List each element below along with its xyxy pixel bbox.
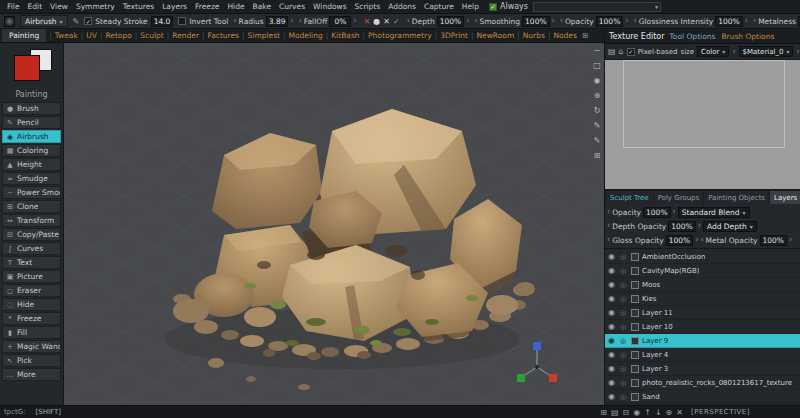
tab-newroom[interactable]: NewRoom [475,31,517,40]
smoothing-pen-icon[interactable]: ✎ [591,135,603,145]
gloss-opacity-value[interactable]: 100% [666,235,693,246]
visibility-eye-icon[interactable] [608,252,617,261]
tool-item-transform[interactable]: ⇔Transform [2,214,61,227]
tool-item-airbrush[interactable]: ◉Airbrush [2,130,61,143]
decrement-arrow[interactable] [700,236,703,244]
move-layer-down-icon[interactable]: ↓ [653,408,664,417]
increment-arrow[interactable] [625,17,628,25]
tool-item-more[interactable]: …More [2,368,61,381]
depth-eye-icon[interactable] [620,323,628,331]
depth-eye-icon[interactable] [620,309,628,317]
decrement-arrow[interactable] [407,17,410,25]
decrement-arrow[interactable] [753,17,756,25]
global-preset-select[interactable] [533,2,661,12]
home-icon[interactable]: ⌂ [619,47,624,56]
camera-icon[interactable]: ◉ [591,75,603,85]
tool-item-eraser[interactable]: ◻Eraser [2,284,61,297]
texture-preview-canvas[interactable] [605,60,800,190]
layer-row-kies[interactable]: Kies [605,292,800,306]
pixel-based-checkbox[interactable]: ✓ [627,48,635,56]
tab-poly-groups[interactable]: Poly Groups [654,191,704,204]
primary-color-swatch[interactable] [14,55,40,81]
tool-item-text[interactable]: TText [2,256,61,269]
steady-stroke-value[interactable]: 14.0 [151,16,174,27]
depth-eye-icon[interactable] [620,253,628,261]
always-checkbox[interactable]: ✓ [489,3,497,11]
increment-arrow[interactable] [673,208,676,216]
increment-arrow[interactable] [698,222,701,230]
tool-item-height[interactable]: ▲Height [2,158,61,171]
tool-item-copy-paste[interactable]: ⊟Copy/Paste [2,228,61,241]
brush-preview-icon[interactable] [4,16,15,27]
tool-item-pick[interactable]: ↖Pick [2,354,61,367]
dot-mode-icon[interactable]: ● [373,17,380,26]
menu-layers[interactable]: Layers [158,2,191,11]
param-value[interactable]: 100% [437,16,464,27]
param-value[interactable]: 100% [596,16,623,27]
visibility-eye-icon[interactable] [608,266,617,275]
depth-eye-icon[interactable] [620,337,628,345]
tab-layers[interactable]: Layers [770,191,800,204]
layer-row-photo-realistic-rocks-0801213617-texture[interactable]: photo_realistic_rocks_0801213617_texture [605,376,800,390]
active-room-tab[interactable]: Painting [2,29,46,43]
tool-item-clone[interactable]: ⊞Clone [2,200,61,213]
decrement-arrow[interactable] [233,17,236,25]
param-value[interactable]: 0% [329,16,351,27]
depth-blend-select[interactable]: Add Depth [703,221,757,232]
add-layer-icon[interactable]: ⊞ [598,408,609,417]
increment-arrow[interactable] [789,236,792,244]
tab-sculpt-tree[interactable]: Sculpt Tree [606,191,653,204]
layer-row-ambientocclusion[interactable]: AmbientOcclusion [605,250,800,264]
menu-view[interactable]: View [46,2,72,11]
menu-symmetry[interactable]: Symmetry [72,2,119,11]
tab-render[interactable]: Render [170,31,201,40]
layer-row-layer-10[interactable]: Layer 10 [605,320,800,334]
brush-options-link[interactable]: Brush Options [721,32,774,41]
tab-painting-objects[interactable]: Painting Objects [704,191,769,204]
depth-eye-icon[interactable] [620,351,628,359]
tab-kitbash[interactable]: KitBash [329,31,361,40]
layer-row-layer-11[interactable]: Layer 11 [605,306,800,320]
axis-z-handle[interactable] [533,342,541,350]
visibility-eye-icon[interactable] [608,350,617,359]
param-value[interactable]: 3.89 [266,16,289,27]
tool-item-power-smooth[interactable]: ∼Power Smooth [2,186,61,199]
tab-uv[interactable]: UV [84,31,99,40]
steady-stroke-checkbox[interactable]: ✓ [84,17,92,25]
menu-scripts[interactable]: Scripts [351,2,385,11]
prev-material-arrow[interactable] [732,48,735,56]
invert-tool-checkbox[interactable] [178,17,186,25]
red-x-icon[interactable]: ✕ [364,17,371,26]
layer-row-layer-9[interactable]: Layer 9 [605,334,800,348]
tool-item-brush[interactable]: ●Brush [2,102,61,115]
menu-capture[interactable]: Capture [420,2,458,11]
depth-opacity-value[interactable]: 100% [668,221,695,232]
viewport-3d[interactable]: −□◉⊕↻✎✎⊞ [64,43,604,405]
menu-edit[interactable]: Edit [24,2,47,11]
blend-mode-select[interactable]: Standard Blend [678,207,750,218]
tool-item-smudge[interactable]: ≈Smudge [2,172,61,185]
tool-item-coloring[interactable]: ▦Coloring [2,144,61,157]
visibility-eye-icon[interactable] [608,378,617,387]
layer-row-layer-4[interactable]: Layer 4 [605,348,800,362]
depth-eye-icon[interactable] [620,267,628,275]
axis-x-handle[interactable] [549,374,557,382]
duplicate-layer-icon[interactable]: ⊟ [621,408,632,417]
visibility-eye-icon[interactable] [608,280,617,289]
menu-textures[interactable]: Textures [119,2,158,11]
check-mode-icon[interactable]: ✓ [393,17,400,26]
menu-bake[interactable]: Bake [249,2,275,11]
tool-item-hide[interactable]: ◌Hide [2,298,61,311]
decrement-arrow[interactable] [560,17,563,25]
tab-photogrammetry[interactable]: Photogrammetry [366,31,434,40]
tab-retopo[interactable]: Retopo [103,31,133,40]
tool-options-link[interactable]: Tool Options [670,32,716,41]
tab-nodes[interactable]: Nodes [551,31,578,40]
increment-arrow[interactable] [290,17,293,25]
tool-item-fill[interactable]: ▮Fill [2,326,61,339]
tool-item-curves[interactable]: ∫Curves [2,242,61,255]
new-texture-icon[interactable]: ▤ [608,47,616,56]
param-value[interactable]: 100% [715,16,742,27]
tool-item-magic-wand[interactable]: +Magic Wand [2,340,61,353]
menu-file[interactable]: File [3,2,24,11]
